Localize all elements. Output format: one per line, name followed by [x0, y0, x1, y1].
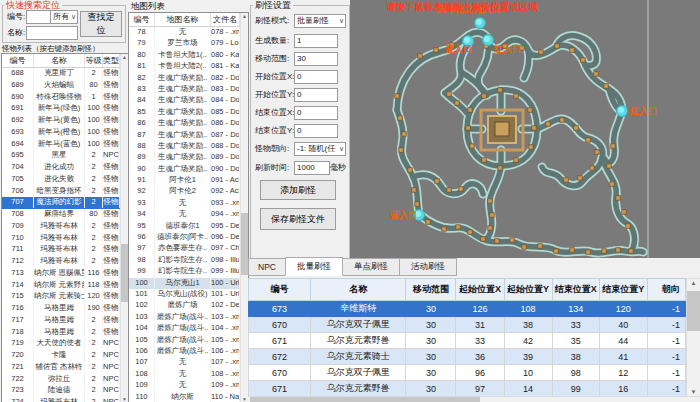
save-spawn-file-button[interactable]: 保存刷怪文件 [260, 208, 336, 230]
list-item[interactable]: 690特殊召唤怪物1怪物 [2, 92, 128, 104]
list-item[interactable]: 721辅佐官 杰林特2NPC [2, 362, 128, 374]
list-item[interactable]: 97赤色要塞生存..097 - Cha [129, 243, 248, 254]
list-item[interactable]: 713纳尔斯 恩赐佩里116怪物 [2, 268, 128, 280]
column-header[interactable]: 结束位置Y [599, 279, 647, 301]
scroll-up-icon[interactable]: ▲ [687, 280, 700, 287]
list-item[interactable]: 85生魂广场奖励..085 - Dou [129, 107, 248, 118]
field-input[interactable]: 0 [294, 88, 338, 102]
monster-list[interactable]: 编号名称等级类型 688克里斯丁2怪物689火焰蝙蝠80怪物690特殊召唤怪物1… [1, 53, 129, 402]
list-item[interactable]: 108无108 - .xm [129, 369, 248, 380]
column-header[interactable]: 结束位置X [552, 279, 599, 301]
monster-name-input[interactable] [26, 26, 78, 40]
table-vertical-scrollbar[interactable]: ▲ ▼ [686, 278, 700, 398]
list-item[interactable]: 714纳尔斯 元素野兽118怪物 [2, 280, 128, 292]
monster-list-scrollbar[interactable]: ▲ ▼ [120, 54, 128, 402]
list-item[interactable]: 107无107 - .xm [129, 357, 248, 368]
add-spawn-button[interactable]: 添加刷怪 [260, 180, 336, 200]
list-item[interactable]: 708麻痹结界80怪物 [2, 209, 128, 221]
table-horizontal-scrollbar[interactable] [248, 396, 700, 402]
scroll-up-icon[interactable]: ▲ [241, 13, 248, 20]
list-item[interactable]: 692新年马(黄色)100怪物 [2, 115, 128, 127]
list-item[interactable]: 100乌尔克山1100 - Urk [129, 278, 248, 289]
map-svg[interactable]: 阿卡伦之光入口蓝入口红入口红入口蓝入口请按下鼠标左键画出刷怪位置或区域 [350, 0, 700, 258]
list-item[interactable]: 715纳尔斯 元素骑士120怪物 [2, 291, 128, 303]
map-canvas[interactable]: 图标显示 ✓NPC✓批量怪✓单点怪✓活动怪 阿卡伦之光入口蓝入口红入口红入口蓝入… [350, 0, 700, 258]
field-input[interactable]: 0 [294, 70, 338, 84]
list-item[interactable]: 695黑星2NPC [2, 150, 128, 162]
list-item[interactable]: 711玛雅哥布林2怪物 [2, 244, 128, 256]
spawn-mode-combobox[interactable]: 批量刷怪∨ [294, 14, 346, 28]
list-item[interactable]: 80卡鲁坦大陆1(..080 - Kar [129, 50, 248, 61]
list-item[interactable]: 722弥拉丘2NPC [2, 374, 128, 386]
map-list[interactable]: 编号地图名称文件名 78无078 - .xm79罗兰市场079 - Lor80卡… [128, 12, 249, 402]
direction-combobox[interactable]: -1: 随机(任∨ [294, 142, 346, 156]
table-row[interactable]: 670乌尔克双子佩里3031383340-1 [249, 317, 686, 333]
field-input[interactable]: 0 [294, 124, 338, 138]
list-item[interactable]: 706暗黑变身指环2怪物 [2, 186, 128, 198]
scroll-down-icon[interactable]: ▼ [687, 389, 700, 396]
list-item[interactable]: 709玛雅哥布林2怪物 [2, 221, 128, 233]
list-item[interactable]: 78无078 - .xm [129, 27, 248, 38]
list-item[interactable]: 104磨炼广场(战斗..104 - .xm [129, 323, 248, 334]
tab-活动刷怪[interactable]: 活动刷怪 [399, 258, 457, 276]
field-input[interactable]: 30 [294, 52, 338, 66]
list-item[interactable]: 707魔法师的幻影2怪物 [2, 197, 128, 209]
field-input[interactable]: 1 [294, 34, 338, 48]
list-item[interactable]: 705进化失败2怪物 [2, 174, 128, 186]
table-row[interactable]: 672乌尔克元素骑士3036393841-1 [249, 349, 686, 365]
list-item[interactable]: 110纳尔斯110 - Nar [129, 392, 248, 402]
list-item[interactable]: 96德班泰尔|阿卡..096 - Dev [129, 232, 248, 243]
list-item[interactable]: 102磨炼广场102 - Dev [129, 300, 248, 311]
table-row[interactable]: 671乌尔克元素野兽3097149916-1 [249, 381, 686, 397]
list-item[interactable]: 101乌尔克山(战役)101 - Urk [129, 289, 248, 300]
list-item[interactable]: 712玛雅哥布林2怪物 [2, 256, 128, 268]
spawn-table[interactable]: 编号名称移动范围起始位置X起始位置Y结束位置X结束位置Y朝向673辛维斯特301… [248, 278, 686, 402]
list-item[interactable]: 89生魂广场奖励..089 - Dou [129, 152, 248, 163]
list-item[interactable]: 93无093 - .xm [129, 198, 248, 209]
list-item[interactable]: 688克里斯丁2怪物 [2, 68, 128, 80]
list-item[interactable]: 710玛雅哥布林2怪物 [2, 233, 128, 245]
list-item[interactable]: 86生魂广场奖励..086 - Dou [129, 118, 248, 129]
list-item[interactable]: 98幻影寺院生存..098 - Illu [129, 255, 248, 266]
list-item[interactable]: 87生魂广场奖励..087 - Dou [129, 130, 248, 141]
list-item[interactable]: 724玛雅哥布林2NPC [2, 397, 128, 402]
list-item[interactable]: 689火焰蝙蝠80怪物 [2, 80, 128, 92]
list-item[interactable]: 79罗兰市场079 - Lor [129, 38, 248, 49]
tab-单点刷怪[interactable]: 单点刷怪 [342, 258, 400, 276]
column-header[interactable]: 移动范围 [406, 279, 456, 301]
list-item[interactable]: 82生魂广场奖励..082 - Dou [129, 73, 248, 84]
map-list-scrollbar[interactable]: ▲ ▼ [240, 13, 248, 402]
table-row[interactable]: 670乌尔克双子佩里3096109812-1 [249, 365, 686, 381]
list-item[interactable]: 718马格里姆2怪物 [2, 327, 128, 339]
list-item[interactable]: 94无094 - .xm [129, 209, 248, 220]
list-item[interactable]: 95德班泰尔1095 - Dev [129, 221, 248, 232]
list-item[interactable]: 81卡鲁坦大陆2(..081 - Kar [129, 61, 248, 72]
column-header[interactable]: 名称 [311, 279, 406, 301]
list-item[interactable]: 84生魂广场奖励..084 - Dou [129, 95, 248, 106]
list-item[interactable]: 720卡隆2NPC [2, 350, 128, 362]
list-item[interactable]: 92阿卡伦2092 - Ach [129, 186, 248, 197]
tab-批量刷怪[interactable]: 批量刷怪 [285, 257, 343, 276]
refresh-input[interactable]: 1000 [294, 161, 330, 175]
scroll-up-icon[interactable]: ▲ [121, 54, 128, 61]
find-locate-button[interactable]: 查找定位 [80, 11, 122, 37]
tab-NPC[interactable]: NPC [248, 258, 286, 276]
list-item[interactable]: 106磨炼广场(战斗..106 - .xm [129, 346, 248, 357]
list-item[interactable]: 719大天使的使者2NPC [2, 338, 128, 350]
list-item[interactable]: 105磨炼广场(战斗..105 - .xm [129, 335, 248, 346]
scroll-down-icon[interactable]: ▼ [121, 396, 128, 402]
scroll-down-icon[interactable]: ▼ [241, 396, 248, 402]
list-item[interactable]: 716马格里姆190怪物 [2, 303, 128, 315]
field-input[interactable]: 0 [294, 106, 338, 120]
list-item[interactable]: 691新年马(绿色)100怪物 [2, 103, 128, 115]
list-item[interactable]: 91阿卡伦1091 - Ach [129, 175, 248, 186]
column-header[interactable]: 起始位置Y [504, 279, 552, 301]
list-item[interactable]: 109无109 - .xm [129, 380, 248, 391]
list-item[interactable]: 694新年马(蓝色)100怪物 [2, 139, 128, 151]
list-item[interactable]: 83生魂广场奖励..083 - Dou [129, 84, 248, 95]
list-item[interactable]: 704进化成功2怪物 [2, 162, 128, 174]
monster-id-input[interactable] [26, 10, 52, 24]
table-row[interactable]: 671乌尔克元素野兽3033423544-1 [249, 333, 686, 349]
column-header[interactable]: 起始位置X [456, 279, 504, 301]
list-item[interactable]: 723陆迪德2NPC [2, 385, 128, 397]
